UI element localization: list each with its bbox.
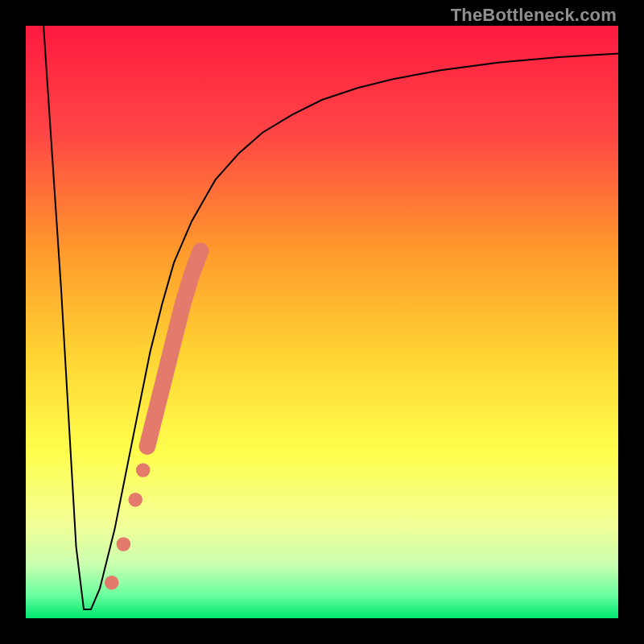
dot-3 xyxy=(128,493,142,507)
dot-4 xyxy=(136,463,151,477)
chart-frame xyxy=(26,26,618,618)
dot-2 xyxy=(117,537,131,551)
watermark-text: TheBottleneck.com xyxy=(451,5,617,26)
bottleneck-chart xyxy=(26,26,618,618)
dot-1 xyxy=(105,576,119,590)
